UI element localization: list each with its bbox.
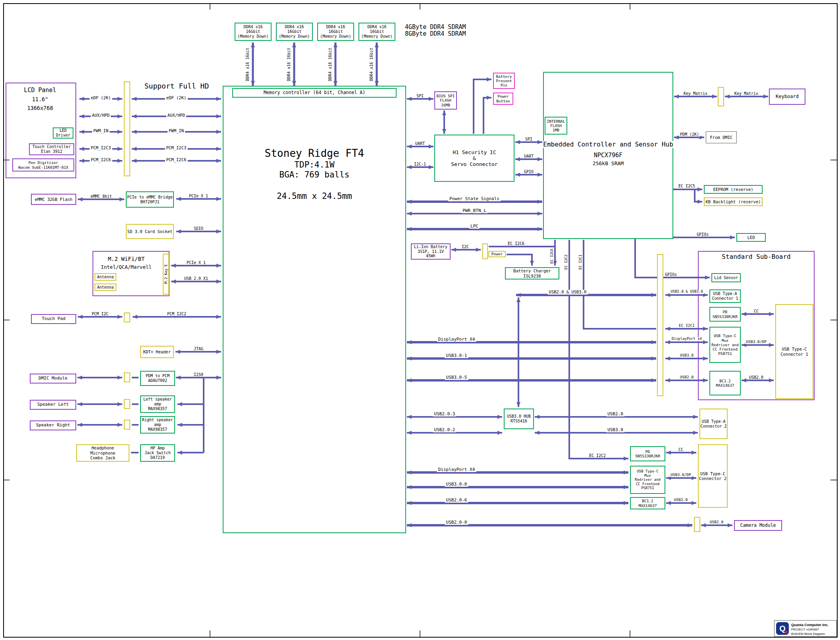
usb2-6-label: USB2.0-6 [445, 498, 468, 503]
li-ion-battery: Li-Ion Battery 3S1P, 11.1V 45Wh [411, 243, 451, 260]
from-dmic: From DMIC [706, 131, 737, 143]
titleblock-project: PROJECT: nGRNMT [791, 628, 819, 632]
usb23-bus-label: USB2.0 & USB3.0 [548, 290, 588, 295]
bios-spi-flash: BIOS SPI FLASH 16MB [434, 91, 457, 110]
pdm-label: PDM (2K) [679, 132, 700, 137]
subboard-usb2-label: USB2.0 [679, 375, 695, 379]
edp-connector [124, 81, 130, 176]
usb2-x1-label-wifi: USB 2.0 X1 [183, 276, 209, 281]
speaker-left: Speaker Left [30, 400, 76, 410]
kdt-header: KDT+ Header [140, 346, 174, 358]
spi-label: SPI [415, 94, 425, 98]
cpu-bga: BGA: 769 balls [279, 170, 349, 179]
ec-i2c2-label: EC I2C2 [588, 453, 607, 458]
ec-i2c6-bus-label: EC I2C6 [550, 248, 554, 264]
usb3-dp-label-1: USB3.0/DP [745, 340, 767, 344]
edp-label: eDP (2K) [165, 96, 188, 100]
key-matrix-label-1: Key Matrix [682, 91, 709, 96]
camera-module: Camera Module [734, 520, 782, 531]
usb-a-connector-2: USB Type-A Connector 2 [699, 409, 728, 439]
ec-i2c6-label: EC I2C6 [507, 241, 526, 246]
subboard-connector [657, 254, 663, 396]
dmic-module: DMIC Module [30, 374, 76, 384]
speaker-right-connector [124, 420, 130, 430]
ec-title: Embedded Controller and Sensor Hub [543, 141, 673, 148]
speaker-left-connector [124, 399, 130, 409]
speaker-right: Speaker Right [30, 420, 76, 430]
i2c-label: I2C [460, 245, 470, 249]
ddr-bus-label-4: DDR4 x16 16bit [369, 47, 374, 82]
ddr4-module-3: DDR4 x16 16Gbit (Memory Down) [317, 23, 354, 41]
ddr-bus-label-1: DDR4 x16 16bit [245, 47, 250, 82]
camera-connector [694, 517, 700, 532]
pcm-i2c6-label-short: PCM_I2C6 [90, 158, 112, 162]
eeprom-reserve: EEPROM (reserve) [704, 185, 763, 194]
lpc-label: LPC [469, 224, 480, 229]
pd-controller-2: PD SN5S330RJKR [630, 446, 665, 461]
ddr-bus-label-3: DDR4 x16 16bit [328, 47, 332, 82]
antenna-1: Antenna [94, 273, 116, 281]
power-state-label: Power State Signals [448, 197, 501, 201]
bc12-detector-2: BC1.2 MAX14637 [630, 497, 665, 509]
ddr4-module-4: DDR4 x16 16Gbit (Memory Down) [358, 23, 395, 41]
hp-amp-jack-switch: HP Amp Jack Switch DA7219 [140, 444, 175, 462]
lcd-panel-size: 11.6" [32, 96, 48, 102]
sdram-note: 4GByte DDR4 SDRAM 8GByte DDR4 SDRAM [405, 24, 466, 38]
antenna-2: Antenna [94, 283, 116, 291]
cpu-package-size: 24.5mm x 24.5mm [277, 192, 352, 201]
pwm-in-label-short: PWM_IN [92, 129, 110, 133]
led-driver: LED Driver [53, 127, 73, 139]
gpios-led-label: GPIOs [696, 232, 710, 237]
battery-present-pin: Battery Present Pin [493, 73, 515, 89]
subboard-usb3-label: USB3.0 [679, 353, 695, 357]
subboard-usb23-label: USB2.0 & USB3.0 [669, 290, 704, 294]
keyboard: Keyboard [769, 89, 805, 105]
emmc-bus-label: eMMC 8bit [89, 194, 113, 199]
usb-c-connector-1: USB Type-C Connector 1 [775, 304, 813, 399]
usb2-2-label: USB2.0-2 [433, 428, 457, 432]
right-speaker-amp: Right speaker amp MAX98357 [140, 416, 175, 434]
sd-card-socket: SD 3.0 Card Socket [126, 224, 174, 239]
titleblock-company: Quanta Computer Inc. [791, 623, 828, 627]
camera-usb2-label: USB2.0 [709, 520, 724, 524]
headphone-jack: Headphone Microphone Combo Jack [76, 444, 129, 462]
usb3-hub: USB3.0 HUB RTS5416 [504, 409, 534, 429]
memory-controller: Memory controller (64 bit, Channel A) [232, 88, 397, 98]
subboard-dp-label: DisplayPort x4 [670, 337, 703, 341]
ec-i2c1-bus-label: EC I2C1 [578, 254, 582, 270]
pcm-i2c3-label-short: PCM_I2C3 [90, 146, 112, 150]
battery-charger: Battery Charger ISL9238 [505, 267, 559, 280]
usb2-label-1: USB2.0 [748, 375, 765, 380]
pcm-i2c-label: PCM_I2C [91, 312, 110, 316]
power-net-label: Power [488, 251, 506, 257]
ec-part-number: NPCX796F [594, 152, 622, 159]
lcd-panel-resolution: 1366x768 [27, 105, 53, 111]
m2-key-e-label: M.2 Key E [164, 264, 168, 285]
usb-c-connector-2: USB Type-C Connector 2 [698, 444, 728, 508]
lid-sensor: Lid Sensor [711, 273, 741, 282]
spi2-label: SPI [524, 137, 534, 141]
pcie-x1-label-emmc: PCIe X 1 [188, 194, 209, 198]
lcd-panel-title: LCD Panel [24, 87, 56, 94]
pwr-btn-l-label: PWR_BTN_L [461, 208, 487, 213]
m2-wifi-vendor: Intel/QCA/Marvell [101, 264, 152, 270]
uart-label: UART [414, 141, 426, 146]
pwm-in-label: PWM_IN [168, 129, 185, 133]
usb3-dp-label-2: USB3.0/DP [669, 473, 692, 477]
usb2-out-label: USB2.0 [606, 412, 624, 416]
power-button: Power Button [493, 93, 513, 105]
aux-hpd-label-short: AUX/HPD [91, 113, 111, 118]
gpio-label: GPIO [523, 170, 535, 174]
dmic-connector [124, 372, 130, 382]
pen-digitizer: Pen Digitizer Wacom SubE-11K01MT-01X [12, 158, 74, 172]
left-speaker-amp: Left speaker amp MAX98357 [140, 395, 175, 413]
memory-bus-arrows [253, 42, 377, 86]
usb3-5-label: USB3.0-5 [445, 375, 468, 380]
usb3-1-label: USB3.0-1 [445, 353, 468, 358]
subboard-title: Standard Sub-Board [722, 253, 790, 260]
key-matrix-label-2: Key Matrix [733, 91, 759, 96]
usb3-0-label: USB3.0-0 [445, 482, 468, 487]
uart2-label: UART [523, 154, 535, 158]
ec-internal-flash: INTERNAL FLASH 1MB [545, 117, 567, 135]
jtag-label: JTAG [193, 347, 204, 351]
